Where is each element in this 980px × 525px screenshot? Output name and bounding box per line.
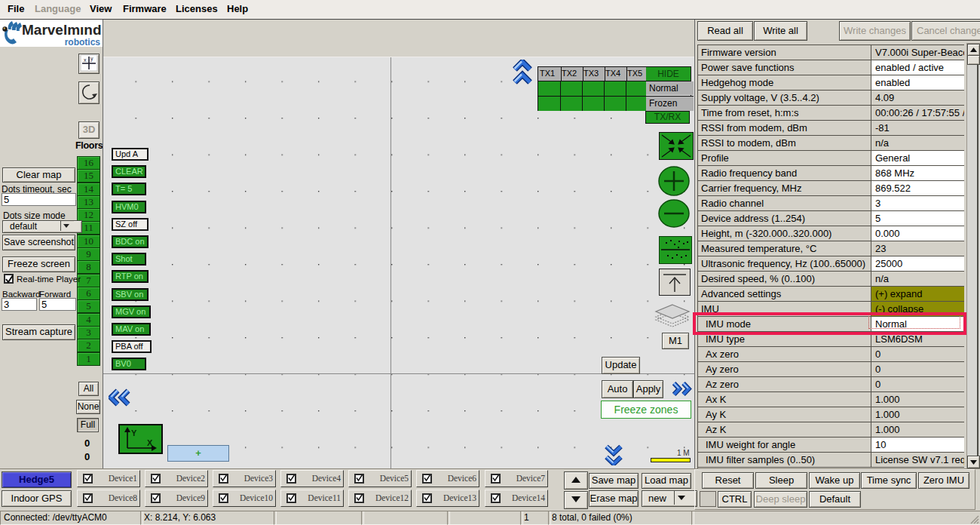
svg-text:x: x [84,57,87,63]
svg-text:y: y [90,56,93,62]
svg-text:Y: Y [131,428,137,438]
svg-text:X: X [147,438,153,447]
